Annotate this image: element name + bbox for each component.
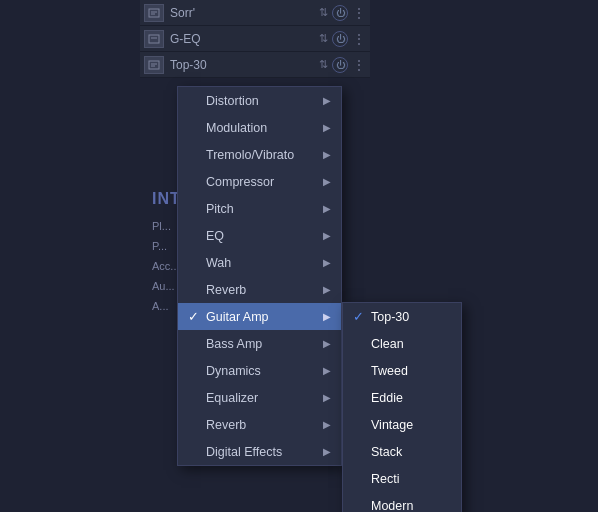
plugin-row-geq[interactable]: G-EQ ⇅ ⏻ ⋮ [140, 26, 370, 52]
arrow-dynamics: ▶ [323, 365, 331, 376]
plugin-row-sorr[interactable]: Sorr' ⇅ ⏻ ⋮ [140, 0, 370, 26]
menu-item-pitch[interactable]: Pitch ▶ [178, 195, 341, 222]
menu-item-bass-amp[interactable]: Bass Amp ▶ [178, 330, 341, 357]
submenu-item-vintage[interactable]: Vintage [343, 411, 461, 438]
arrow-bass-amp: ▶ [323, 338, 331, 349]
label-modern: Modern [371, 499, 413, 513]
plugin-name-top30: Top-30 [170, 58, 319, 72]
label-compressor: Compressor [206, 175, 323, 189]
plugin-controls-top30: ⇅ ⏻ ⋮ [319, 57, 366, 73]
expand-icon-geq[interactable]: ⇅ [319, 32, 328, 45]
plugin-icon-sorr [144, 4, 164, 22]
menu-item-digital-effects[interactable]: Digital Effects ▶ [178, 438, 341, 465]
label-eddie: Eddie [371, 391, 403, 405]
menu-item-equalizer[interactable]: Equalizer ▶ [178, 384, 341, 411]
submenu-item-eddie[interactable]: Eddie [343, 384, 461, 411]
arrow-modulation: ▶ [323, 122, 331, 133]
svg-rect-0 [149, 9, 159, 17]
arrow-reverb2: ▶ [323, 419, 331, 430]
more-icon-top30[interactable]: ⋮ [352, 58, 366, 72]
plugin-controls-sorr: ⇅ ⏻ ⋮ [319, 5, 366, 21]
arrow-eq: ▶ [323, 230, 331, 241]
arrow-equalizer: ▶ [323, 392, 331, 403]
plugin-list: Sorr' ⇅ ⏻ ⋮ G-EQ ⇅ ⏻ ⋮ Top-30 ⇅ ⏻ ⋮ [140, 0, 370, 78]
label-pitch: Pitch [206, 202, 323, 216]
arrow-distortion: ▶ [323, 95, 331, 106]
plugin-name-sorr: Sorr' [170, 6, 319, 20]
plugin-icon-top30 [144, 56, 164, 74]
check-guitar-amp: ✓ [188, 309, 204, 324]
submenu-item-clean[interactable]: Clean [343, 330, 461, 357]
arrow-reverb: ▶ [323, 284, 331, 295]
label-guitar-amp: Guitar Amp [206, 310, 323, 324]
arrow-tremolo: ▶ [323, 149, 331, 160]
power-icon-geq[interactable]: ⏻ [332, 31, 348, 47]
arrow-compressor: ▶ [323, 176, 331, 187]
arrow-wah: ▶ [323, 257, 331, 268]
label-dynamics: Dynamics [206, 364, 323, 378]
more-icon-sorr[interactable]: ⋮ [352, 6, 366, 20]
expand-icon-top30[interactable]: ⇅ [319, 58, 328, 71]
submenu-item-recti[interactable]: Recti [343, 465, 461, 492]
guitar-amp-submenu: ✓ Top-30 Clean Tweed Eddie Vintage St [342, 302, 462, 512]
label-digital-effects: Digital Effects [206, 445, 323, 459]
plugin-controls-geq: ⇅ ⏻ ⋮ [319, 31, 366, 47]
plugin-icon-geq [144, 30, 164, 48]
expand-icon-sorr[interactable]: ⇅ [319, 6, 328, 19]
label-stack: Stack [371, 445, 402, 459]
submenu-item-top30[interactable]: ✓ Top-30 [343, 303, 461, 330]
submenu-item-stack[interactable]: Stack [343, 438, 461, 465]
label-wah: Wah [206, 256, 323, 270]
menu-item-reverb[interactable]: Reverb ▶ [178, 276, 341, 303]
arrow-pitch: ▶ [323, 203, 331, 214]
submenu-item-tweed[interactable]: Tweed [343, 357, 461, 384]
menu-item-dynamics[interactable]: Dynamics ▶ [178, 357, 341, 384]
arrow-guitar-amp: ▶ [323, 311, 331, 322]
plugin-row-top30[interactable]: Top-30 ⇅ ⏻ ⋮ [140, 52, 370, 78]
menu-item-reverb2[interactable]: Reverb ▶ [178, 411, 341, 438]
check-top30: ✓ [353, 309, 371, 324]
label-recti: Recti [371, 472, 399, 486]
svg-rect-3 [149, 35, 159, 43]
power-icon-sorr[interactable]: ⏻ [332, 5, 348, 21]
menu-item-wah[interactable]: Wah ▶ [178, 249, 341, 276]
label-modulation: Modulation [206, 121, 323, 135]
main-dropdown-menu: Distortion ▶ Modulation ▶ Tremolo/Vibrat… [177, 86, 342, 466]
menu-item-tremolo[interactable]: Tremolo/Vibrato ▶ [178, 141, 341, 168]
label-reverb2: Reverb [206, 418, 323, 432]
svg-rect-5 [149, 61, 159, 69]
label-top30: Top-30 [371, 310, 409, 324]
label-vintage: Vintage [371, 418, 413, 432]
label-distortion: Distortion [206, 94, 323, 108]
label-tweed: Tweed [371, 364, 408, 378]
submenu-item-modern[interactable]: Modern [343, 492, 461, 512]
plugin-name-geq: G-EQ [170, 32, 319, 46]
menu-item-modulation[interactable]: Modulation ▶ [178, 114, 341, 141]
label-eq: EQ [206, 229, 323, 243]
power-icon-top30[interactable]: ⏻ [332, 57, 348, 73]
menu-item-eq[interactable]: EQ ▶ [178, 222, 341, 249]
more-icon-geq[interactable]: ⋮ [352, 32, 366, 46]
label-bass-amp: Bass Amp [206, 337, 323, 351]
label-tremolo: Tremolo/Vibrato [206, 148, 323, 162]
menu-item-guitar-amp[interactable]: ✓ Guitar Amp ▶ ✓ Top-30 Clean Tweed Eddi… [178, 303, 341, 330]
label-equalizer: Equalizer [206, 391, 323, 405]
menu-item-distortion[interactable]: Distortion ▶ [178, 87, 341, 114]
label-reverb: Reverb [206, 283, 323, 297]
arrow-digital-effects: ▶ [323, 446, 331, 457]
menu-item-compressor[interactable]: Compressor ▶ [178, 168, 341, 195]
label-clean: Clean [371, 337, 404, 351]
